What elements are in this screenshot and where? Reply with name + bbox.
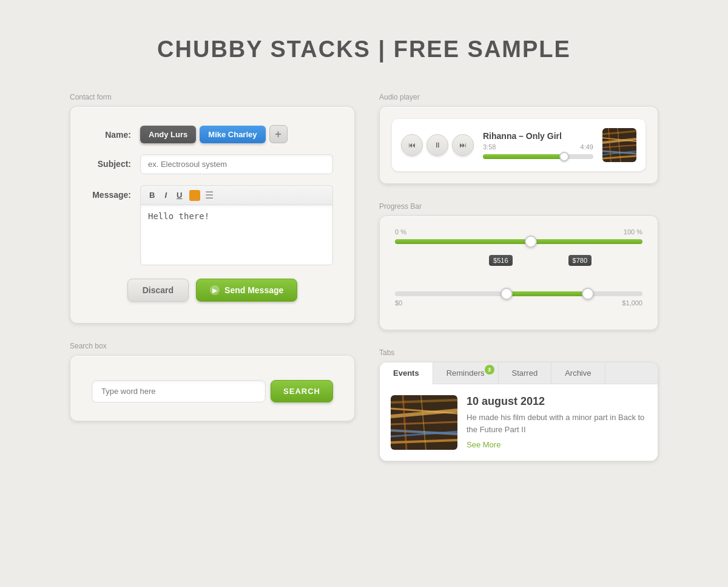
tabs-header: Events Reminders 3 Starred Archive: [380, 362, 658, 384]
left-column: Contact form Name: Andy Lurs Mike Charle…: [70, 93, 355, 461]
discard-button[interactable]: Discard: [127, 279, 189, 302]
tabs-label: Tabs: [379, 348, 658, 357]
event-info: 10 august 2012 He made his film debut wi…: [467, 395, 647, 450]
name-row: Name: Andy Lurs Mike Charley +: [92, 125, 333, 143]
tab-starred[interactable]: Starred: [499, 362, 552, 384]
slider-label-0: 0 %: [395, 228, 406, 236]
player-controls: ⏮ ⏸ ⏭: [401, 134, 474, 156]
search-box-section: Search box SEARCH: [70, 342, 355, 421]
send-button-label: Send Message: [224, 285, 283, 295]
name-tag-1[interactable]: Andy Lurs: [140, 126, 196, 143]
send-icon: ▶: [210, 285, 220, 295]
progress-bar-section: Progress Bar 0 % 100 %: [379, 202, 658, 330]
slider-label-100: 100 %: [624, 228, 642, 236]
slider-labels: 0 % 100 %: [395, 228, 642, 236]
range-max: $1,000: [622, 299, 642, 307]
album-art: [602, 128, 636, 162]
track-times: 3:58 4:49: [483, 143, 593, 151]
range-min: $0: [395, 299, 402, 307]
tabs-section: Tabs Events Reminders 3 Starred Archive: [379, 348, 658, 461]
subject-label: Subject:: [92, 154, 140, 169]
time-total: 4:49: [581, 143, 593, 151]
message-toolbar: B I U ☰: [140, 185, 333, 205]
subject-input[interactable]: [140, 154, 333, 174]
tab-events[interactable]: Events: [380, 362, 433, 384]
tab-reminders[interactable]: Reminders 3: [433, 362, 499, 384]
subject-row: Subject:: [92, 154, 333, 174]
name-label: Name:: [92, 125, 140, 140]
bold-button[interactable]: B: [147, 189, 157, 201]
audio-player-section: Audio player ⏮ ⏸ ⏭ Rihanna – Only Girl 3…: [379, 93, 658, 184]
search-row: SEARCH: [92, 380, 333, 402]
single-slider-thumb[interactable]: [525, 236, 537, 248]
range-val2-box: $780: [568, 255, 592, 266]
range-thumb-left[interactable]: [500, 288, 513, 300]
double-slider-fill: [507, 291, 588, 296]
range-slider-section: $516 $780 $0 $1,000: [395, 255, 642, 307]
tab-content: 10 august 2012 He made his film debut wi…: [380, 384, 658, 461]
track-title: Rihanna – Only Girl: [483, 131, 593, 141]
audio-player-label: Audio player: [379, 93, 658, 101]
range-row: $0 $1,000: [395, 299, 642, 307]
next-button[interactable]: ⏭: [452, 134, 474, 156]
page-title: CHUBBY STACKS | FREE SAMPLE: [0, 0, 728, 93]
audio-card: ⏮ ⏸ ⏭ Rihanna – Only Girl 3:58 4:49: [379, 106, 658, 184]
subject-field: [140, 154, 333, 174]
color-swatch[interactable]: [189, 190, 200, 201]
contact-form-card: Name: Andy Lurs Mike Charley + Subject:: [70, 106, 355, 324]
align-icon[interactable]: ☰: [205, 189, 214, 201]
see-more-link[interactable]: See More: [467, 440, 647, 449]
underline-button[interactable]: U: [174, 189, 184, 201]
progress-card: 0 % 100 % $516 $780: [379, 215, 658, 330]
right-column: Audio player ⏮ ⏸ ⏭ Rihanna – Only Girl 3…: [379, 93, 658, 461]
main-layout: Contact form Name: Andy Lurs Mike Charle…: [0, 93, 728, 461]
time-current: 3:58: [483, 143, 496, 151]
tab-archive[interactable]: Archive: [551, 362, 605, 384]
message-field: B I U ☰: [140, 185, 333, 268]
name-field: Andy Lurs Mike Charley +: [140, 125, 333, 143]
tab-reminders-badge: 3: [485, 365, 494, 375]
double-slider-track[interactable]: [395, 291, 642, 296]
audio-progress-fill: [483, 154, 564, 159]
search-button[interactable]: SEARCH: [271, 380, 333, 402]
add-tag-button[interactable]: +: [269, 125, 288, 143]
progress-bar-label: Progress Bar: [379, 202, 658, 211]
page-wrapper: CHUBBY STACKS | FREE SAMPLE Contact form…: [0, 0, 728, 461]
event-thumbnail: [391, 395, 457, 450]
name-tag-2[interactable]: Mike Charley: [200, 126, 265, 143]
prev-button[interactable]: ⏮: [401, 134, 423, 156]
search-input[interactable]: [92, 380, 266, 402]
message-row: Message: B I U ☰: [92, 185, 333, 268]
audio-progress-track[interactable]: [483, 154, 593, 159]
search-box-label: Search box: [70, 342, 355, 350]
range-thumb-right[interactable]: [582, 288, 594, 300]
single-slider-section: 0 % 100 %: [395, 228, 642, 244]
single-slider-track[interactable]: [395, 239, 642, 244]
range-labels-row: $516 $780: [395, 255, 642, 274]
form-actions: Discard ▶ Send Message: [92, 279, 333, 302]
event-date: 10 august 2012: [467, 395, 647, 408]
player-info: Rihanna – Only Girl 3:58 4:49: [483, 131, 593, 159]
message-textarea[interactable]: [140, 205, 333, 265]
contact-form-label: Contact form: [70, 93, 355, 101]
tab-reminders-label: Reminders: [447, 368, 485, 378]
pause-button[interactable]: ⏸: [426, 134, 448, 156]
player-inner: ⏮ ⏸ ⏭ Rihanna – Only Girl 3:58 4:49: [392, 119, 645, 171]
audio-progress-thumb[interactable]: [559, 152, 569, 161]
event-desc: He made his film debut with a minor part…: [467, 412, 647, 435]
range-val1-box: $516: [489, 255, 512, 266]
tabs-card: Events Reminders 3 Starred Archive: [379, 362, 658, 461]
contact-form-section: Contact form Name: Andy Lurs Mike Charle…: [70, 93, 355, 324]
italic-button[interactable]: I: [162, 189, 169, 201]
send-button[interactable]: ▶ Send Message: [196, 279, 297, 302]
message-label: Message:: [92, 185, 140, 200]
search-card: SEARCH: [70, 355, 355, 421]
